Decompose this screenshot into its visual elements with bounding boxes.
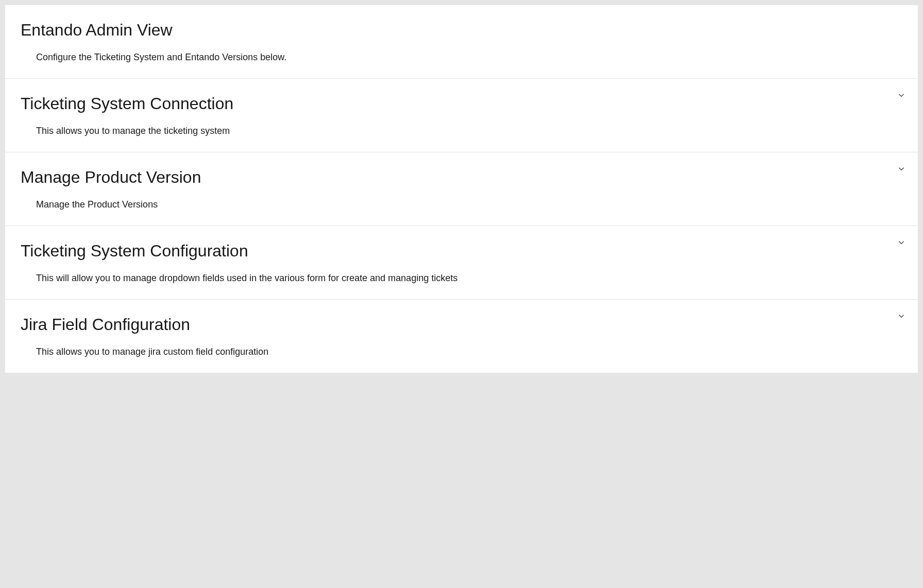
- section-description: This allows you to manage the ticketing …: [36, 126, 902, 136]
- section-title: Jira Field Configuration: [21, 315, 902, 334]
- jira-field-configuration-panel[interactable]: Jira Field Configuration This allows you…: [5, 300, 918, 373]
- section-description: Manage the Product Versions: [36, 199, 902, 210]
- admin-view-container: Entando Admin View Configure the Ticketi…: [5, 5, 918, 373]
- chevron-down-icon[interactable]: [897, 312, 905, 320]
- ticketing-system-configuration-panel[interactable]: Ticketing System Configuration This will…: [5, 226, 918, 300]
- chevron-down-icon[interactable]: [897, 91, 905, 99]
- header-panel: Entando Admin View Configure the Ticketi…: [5, 5, 918, 79]
- page-description: Configure the Ticketing System and Entan…: [36, 52, 902, 63]
- chevron-down-icon[interactable]: [897, 238, 905, 247]
- section-title: Ticketing System Connection: [21, 94, 902, 113]
- ticketing-system-connection-panel[interactable]: Ticketing System Connection This allows …: [5, 79, 918, 152]
- section-title: Ticketing System Configuration: [21, 241, 902, 261]
- section-description: This allows you to manage jira custom fi…: [36, 347, 902, 357]
- section-description: This will allow you to manage dropdown f…: [36, 273, 902, 284]
- chevron-down-icon[interactable]: [897, 165, 905, 173]
- section-title: Manage Product Version: [21, 168, 902, 187]
- manage-product-version-panel[interactable]: Manage Product Version Manage the Produc…: [5, 152, 918, 226]
- page-title: Entando Admin View: [21, 21, 902, 40]
